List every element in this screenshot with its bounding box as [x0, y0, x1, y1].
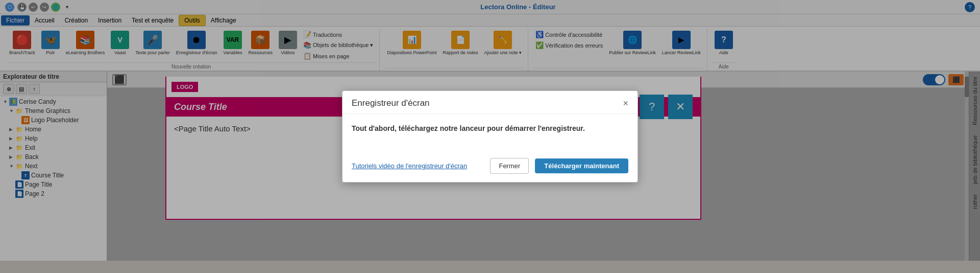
modal-overlay: Enregistreur d'écran × Tout d'abord, tél…	[0, 0, 980, 273]
modal-header: Enregistreur d'écran ×	[342, 91, 638, 114]
modal-download-button[interactable]: Télécharger maintenant	[535, 158, 628, 173]
modal-close-button[interactable]: Fermer	[490, 158, 529, 174]
modal-message: Tout d'abord, téléchargez notre lanceur …	[352, 124, 628, 132]
modal-tutorial-link[interactable]: Tutoriels vidéo de l'enregistreur d'écra…	[352, 162, 467, 170]
modal-title: Enregistreur d'écran	[352, 98, 430, 108]
modal-close-icon[interactable]: ×	[623, 99, 628, 108]
modal-body: Tout d'abord, téléchargez notre lanceur …	[342, 114, 638, 153]
modal-footer: Tutoriels vidéo de l'enregistreur d'écra…	[342, 153, 638, 182]
screen-recorder-modal: Enregistreur d'écran × Tout d'abord, tél…	[342, 90, 638, 183]
